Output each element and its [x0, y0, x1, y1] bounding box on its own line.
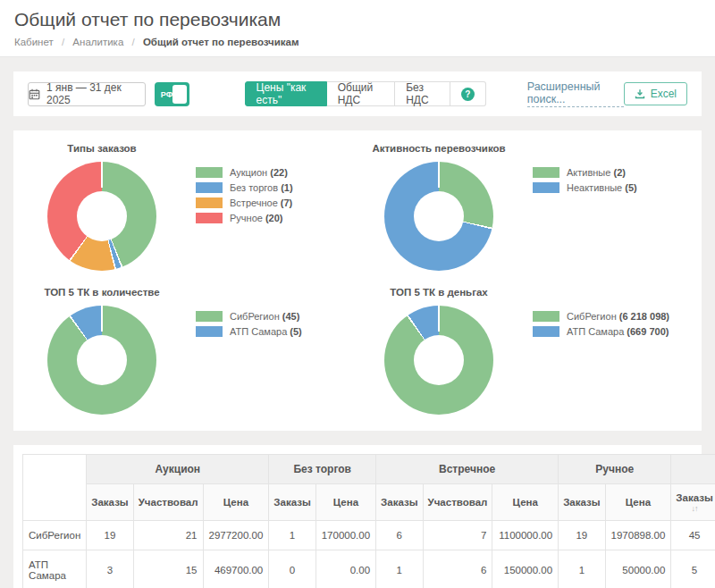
- donut-chart[interactable]: [384, 306, 493, 415]
- legend-item[interactable]: АТП Самара (5): [196, 326, 302, 337]
- table-cell: 50000.00: [605, 550, 671, 588]
- breadcrumb-item-current: Общий отчет по перевозчикам: [143, 37, 299, 47]
- page-header: Общий отчет по перевозчикам Кабинет / Ан…: [0, 0, 715, 57]
- table-cell: 6: [423, 550, 492, 588]
- table-row: СибРегион19212977200.001170000.006711000…: [23, 521, 715, 550]
- price-mode-common-vat-button[interactable]: Общий НДС: [327, 81, 395, 106]
- column-header-cell: Заказы: [376, 484, 423, 521]
- column-header-cell: Заказы: [559, 484, 605, 521]
- column-header-cell[interactable]: Заказы↓↑: [671, 484, 715, 521]
- legend-swatch: [533, 167, 559, 178]
- legend-swatch: [533, 182, 559, 193]
- calendar-icon: [29, 88, 40, 100]
- chart-block-3: ТОП 5 ТК в деньгахСибРегион (6 218 098)А…: [358, 287, 694, 415]
- chart-legend: Аукцион (22)Без торгов (1)Встречное (7)Р…: [196, 167, 293, 271]
- table-cell: 15: [133, 550, 203, 588]
- toggle-knob: [172, 85, 187, 104]
- chart-title: ТОП 5 ТК в количестве: [44, 287, 159, 298]
- chart-plot-area: Типы заказов: [21, 143, 183, 271]
- table-row: АТП Самара315469700.0000.0016150000.0015…: [23, 550, 715, 588]
- donut-chart[interactable]: [384, 162, 493, 271]
- region-toggle[interactable]: РФ: [155, 82, 189, 106]
- report-table-head: АукционБез торговВстречноеРучноеИтогоЗак…: [23, 455, 715, 521]
- legend-label: Ручное (20): [230, 213, 283, 223]
- legend-item[interactable]: Встречное (7): [196, 197, 293, 208]
- chart-block-0: Типы заказовАукцион (22)Без торгов (1)Вс…: [21, 143, 358, 271]
- legend-label: АТП Самара (669 700): [567, 326, 669, 337]
- page-title: Общий отчет по перевозчикам: [14, 9, 701, 30]
- legend-item[interactable]: Активные (2): [533, 167, 637, 178]
- chart-legend: СибРегион (45)АТП Самара (5): [196, 311, 302, 415]
- breadcrumb: Кабинет / Аналитика / Общий отчет по пер…: [14, 37, 701, 47]
- group-header-cell: Встречное: [376, 455, 559, 484]
- donut-hole: [77, 335, 127, 385]
- donut-chart[interactable]: [47, 306, 156, 415]
- legend-label: Активные (2): [567, 167, 626, 178]
- column-header-cell: Цена: [492, 484, 559, 521]
- column-header-cell: Цена: [605, 484, 671, 521]
- table-cell: 0: [269, 550, 315, 588]
- report-table-body: СибРегион19212977200.001170000.006711000…: [23, 521, 715, 588]
- chart-title: ТОП 5 ТК в деньгах: [390, 287, 488, 298]
- column-header-cell: Заказы: [269, 484, 315, 521]
- legend-label: Без торгов (1): [230, 182, 293, 193]
- breadcrumb-separator: /: [131, 37, 134, 47]
- table-cell: 6: [376, 521, 423, 550]
- legend-swatch: [196, 182, 223, 193]
- column-header-cell: Цена: [315, 484, 375, 521]
- table-cell: 1: [559, 550, 605, 588]
- chart-plot-area: Активность перевозчиков: [358, 143, 520, 271]
- table-corner-cell: [23, 455, 87, 521]
- legend-item[interactable]: Неактивные (5): [533, 182, 637, 193]
- legend-swatch: [533, 311, 559, 322]
- report-table: АукционБез торговВстречноеРучноеИтогоЗак…: [22, 454, 715, 588]
- legend-item[interactable]: Без торгов (1): [196, 182, 293, 193]
- table-cell: 150000.00: [492, 550, 559, 588]
- donut-chart[interactable]: [47, 162, 156, 271]
- chart-title: Активность перевозчиков: [372, 143, 505, 154]
- legend-swatch: [196, 311, 223, 322]
- table-cell: 21: [133, 521, 203, 550]
- group-header-cell: Без торгов: [269, 455, 376, 484]
- breadcrumb-item-analytics[interactable]: Аналитика: [72, 37, 123, 47]
- group-header-cell: Итого: [671, 455, 715, 484]
- legend-item[interactable]: Аукцион (22): [196, 167, 293, 178]
- chart-plot-area: ТОП 5 ТК в количестве: [21, 287, 183, 415]
- price-mode-group: Цены "как есть" Общий НДС Без НДС ?: [245, 81, 486, 106]
- legend-swatch: [196, 213, 223, 223]
- charts-panel: Типы заказовАукцион (22)Без торгов (1)Вс…: [13, 130, 702, 431]
- table-cell: 170000.00: [315, 521, 375, 550]
- sort-icon[interactable]: ↓↑: [676, 505, 712, 512]
- chart-plot-area: ТОП 5 ТК в деньгах: [358, 287, 520, 415]
- help-icon[interactable]: ?: [461, 88, 475, 101]
- legend-label: Аукцион (22): [230, 167, 288, 178]
- chart-legend: СибРегион (6 218 098)АТП Самара (669 700…: [533, 311, 669, 415]
- date-range-input[interactable]: 1 янв — 31 дек 2025: [28, 82, 146, 106]
- legend-swatch: [196, 326, 223, 337]
- filter-bar: 1 янв — 31 дек 2025 РФ Цены "как есть" О…: [13, 71, 702, 116]
- column-header-cell: Участвовал: [423, 484, 492, 521]
- excel-button[interactable]: Excel: [624, 82, 687, 105]
- advanced-search-link[interactable]: Расширенный поиск...: [527, 80, 624, 107]
- table-cell: 1: [376, 550, 423, 588]
- table-cell: 1: [269, 521, 315, 550]
- row-name-cell: АТП Самара: [23, 550, 87, 588]
- chart-block-1: Активность перевозчиковАктивные (2)Неакт…: [358, 143, 694, 271]
- column-header-cell: Цена: [203, 484, 269, 521]
- breadcrumb-separator: /: [62, 37, 64, 47]
- donut-hole: [77, 191, 127, 241]
- price-mode-as-is-button[interactable]: Цены "как есть": [245, 81, 327, 106]
- price-mode-no-vat-button[interactable]: Без НДС: [395, 81, 450, 106]
- legend-item[interactable]: Ручное (20): [196, 213, 293, 223]
- price-mode-help-segment: ?: [450, 81, 486, 106]
- group-header-cell: Аукцион: [87, 455, 269, 484]
- legend-label: СибРегион (6 218 098): [567, 311, 669, 322]
- legend-item[interactable]: СибРегион (45): [196, 311, 302, 322]
- donut-hole: [414, 335, 464, 385]
- legend-label: СибРегион (45): [230, 311, 299, 322]
- legend-item[interactable]: АТП Самара (669 700): [533, 326, 669, 337]
- breadcrumb-item-cabinet[interactable]: Кабинет: [14, 37, 54, 47]
- legend-item[interactable]: СибРегион (6 218 098): [533, 311, 669, 322]
- column-header-cell: Заказы: [87, 484, 133, 521]
- table-cell: 7: [423, 521, 492, 550]
